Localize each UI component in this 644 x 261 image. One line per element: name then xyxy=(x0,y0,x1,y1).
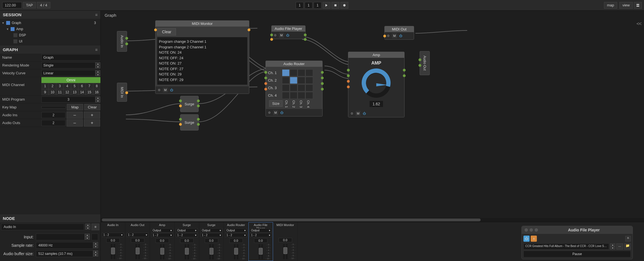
node-surge-1[interactable]: Surge xyxy=(180,96,199,112)
gear-icon[interactable]: ⚙ xyxy=(273,33,278,38)
tap-button[interactable]: TAP xyxy=(23,2,36,8)
ch-4[interactable]: 4 xyxy=(64,83,71,89)
chevron-down-icon[interactable]: ▾ xyxy=(2,21,6,25)
afp-n-button[interactable]: n xyxy=(625,236,631,241)
ch-6[interactable]: 6 xyxy=(78,83,86,89)
keymap-map-button[interactable]: Map xyxy=(67,104,83,110)
stop-button[interactable] xyxy=(332,2,339,9)
mute-button[interactable]: M xyxy=(392,33,397,38)
route-select[interactable]: 1 - 2▾ xyxy=(176,233,198,237)
map-button[interactable]: map xyxy=(604,2,617,9)
mute-button[interactable]: M xyxy=(273,110,278,115)
route-select[interactable]: 1 - 2▾ xyxy=(225,233,247,237)
timesig-button[interactable]: 4 / 4 xyxy=(37,2,50,8)
stepper-down[interactable]: ▾ xyxy=(610,246,615,250)
shuffle-icon[interactable]: ∧ xyxy=(531,236,537,242)
stepper-up[interactable]: ▴ xyxy=(95,96,100,99)
mixer-strip[interactable]: MIDI Monitor 0.0 - 0 -- 2 -- 4 -- 6 -- 8… xyxy=(273,222,298,261)
power-icon[interactable]: ⏻ xyxy=(523,236,530,242)
ch-3[interactable]: 3 xyxy=(56,83,64,89)
ch-14[interactable]: 14 xyxy=(78,89,86,95)
gear-icon[interactable]: ⚙ xyxy=(157,87,162,92)
stepper-down[interactable]: ▾ xyxy=(85,237,90,240)
session-menu-icon[interactable]: ≡ xyxy=(95,12,98,17)
router-cell[interactable] xyxy=(290,84,297,91)
name-input[interactable] xyxy=(41,54,100,61)
db-value[interactable]: 0.0 xyxy=(254,238,267,243)
afp-pause-button[interactable]: Pause xyxy=(523,251,631,257)
router-cell[interactable] xyxy=(298,77,305,84)
db-value[interactable]: 0.0 xyxy=(180,238,194,243)
db-value[interactable]: 0.0 xyxy=(229,238,243,243)
power-icon[interactable]: ⏻ xyxy=(285,33,290,38)
router-cell[interactable] xyxy=(305,84,313,91)
stepper-up[interactable]: ▴ xyxy=(93,250,98,253)
router-cell[interactable] xyxy=(282,77,290,84)
route-select[interactable]: 1 - 2▾ xyxy=(201,233,222,237)
tree-item-dsp[interactable]: DSP xyxy=(0,32,100,38)
db-value[interactable]: 0.0 xyxy=(279,238,292,242)
mute-button[interactable]: M xyxy=(356,111,361,116)
close-icon[interactable] xyxy=(525,228,528,232)
collapse-button[interactable]: << xyxy=(636,21,641,27)
router-cell[interactable] xyxy=(305,92,313,99)
fader[interactable] xyxy=(136,248,140,254)
output-select[interactable]: Output▾ xyxy=(201,228,222,232)
bpm-input[interactable] xyxy=(2,2,22,8)
velocity-select[interactable]: Linear xyxy=(41,70,95,76)
mute-button[interactable]: M xyxy=(163,87,168,92)
amp-value[interactable]: 1.62 xyxy=(370,101,383,107)
graph-canvas[interactable]: << Audio In xyxy=(101,20,644,218)
mixer-strip[interactable]: Audio File Player Output▾ 1 - 2▾ 0.0 - 0… xyxy=(248,222,273,261)
mixer-strip[interactable]: Surge Output▾ 1 - 2▾ 0.0 - 0 -- 2 -- 4 -… xyxy=(199,222,224,261)
ch-16[interactable]: 16 xyxy=(93,89,100,95)
db-value[interactable]: 0.0 xyxy=(106,238,120,243)
mixer-strip[interactable]: Audio In 1 - 2▾ 0.0 - 0 -- 2 -- 4 -- 6 -… xyxy=(101,222,125,261)
fader[interactable] xyxy=(234,248,238,255)
router-cell[interactable] xyxy=(290,69,297,76)
render-select[interactable]: Single xyxy=(41,62,95,68)
stepper-up[interactable]: ▴ xyxy=(85,224,90,227)
output-select[interactable]: Output▾ xyxy=(250,228,272,232)
tree-item-ui[interactable]: UI xyxy=(0,38,100,44)
ch-10[interactable]: 10 xyxy=(49,89,56,95)
keymap-clear-button[interactable]: Clear xyxy=(84,104,100,110)
fader[interactable] xyxy=(111,248,115,254)
afp-file-select[interactable]: CCR Greatest Hits Full Album - The Best … xyxy=(523,243,609,250)
output-select[interactable]: Output▾ xyxy=(151,228,173,232)
fader[interactable] xyxy=(259,248,263,255)
midi-program-value[interactable]: 3 xyxy=(41,96,95,103)
stepper-up[interactable]: ▴ xyxy=(610,243,615,246)
node-select[interactable]: Audio In xyxy=(1,224,84,230)
node-audio-file-player[interactable]: Audio File Player ⚙ M ⏻ xyxy=(271,25,305,39)
ch-13[interactable]: 13 xyxy=(71,89,78,95)
omni-button[interactable]: Omni xyxy=(41,77,100,83)
view-button[interactable]: view xyxy=(619,2,633,9)
maximize-icon[interactable] xyxy=(535,228,538,232)
ch-8[interactable]: 8 xyxy=(93,83,100,89)
route-select[interactable]: 1 - 2▾ xyxy=(250,233,272,237)
stepper-down[interactable]: ▾ xyxy=(85,227,90,230)
router-cell[interactable] xyxy=(282,92,290,99)
db-value[interactable]: 0.0 xyxy=(205,238,218,243)
fader[interactable] xyxy=(210,248,213,255)
stepper-up[interactable]: ▴ xyxy=(95,62,100,65)
router-cell[interactable] xyxy=(298,69,305,76)
node-midi-monitor[interactable]: MIDI Monitor Clear Program change 3 Chan… xyxy=(155,20,249,94)
router-cell[interactable] xyxy=(305,77,313,84)
ch-7[interactable]: 7 xyxy=(86,83,93,89)
ch-15[interactable]: 15 xyxy=(86,89,93,95)
router-cell[interactable] xyxy=(290,92,297,99)
stepper-down[interactable]: ▾ xyxy=(93,253,98,257)
scroll-thumb[interactable] xyxy=(102,219,481,221)
node-audio-in[interactable]: Audio In xyxy=(117,31,127,52)
audio-file-player-window[interactable]: Audio File Player ⏻ ∧ n CCR Greatest Hit… xyxy=(521,226,633,259)
output-select[interactable]: Output▾ xyxy=(176,228,198,232)
gear-icon[interactable]: ⚙ xyxy=(267,110,272,115)
chevron-down-icon[interactable]: ▾ xyxy=(7,27,11,31)
mixer-strip[interactable]: Audio Router Output▾ 1 - 2▾ 0.0 - 0 -- 2… xyxy=(224,222,248,261)
record-button[interactable] xyxy=(340,2,348,9)
db-value[interactable]: 0.0 xyxy=(131,238,144,243)
stepper-down[interactable]: ▾ xyxy=(95,65,100,68)
stepper-down[interactable]: ▾ xyxy=(95,73,100,76)
